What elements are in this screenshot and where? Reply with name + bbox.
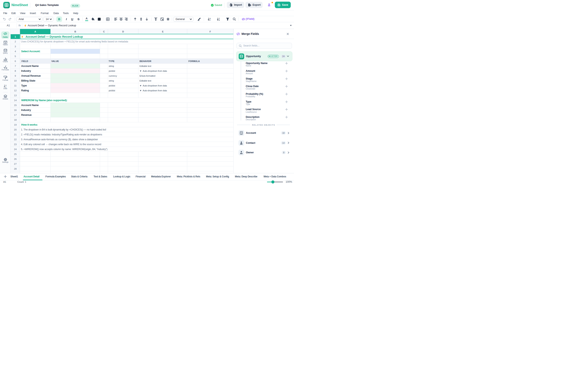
- svg-text:A: A: [219, 19, 220, 21]
- svg-text:A: A: [5, 85, 6, 86]
- svg-text:Z: Z: [209, 19, 210, 21]
